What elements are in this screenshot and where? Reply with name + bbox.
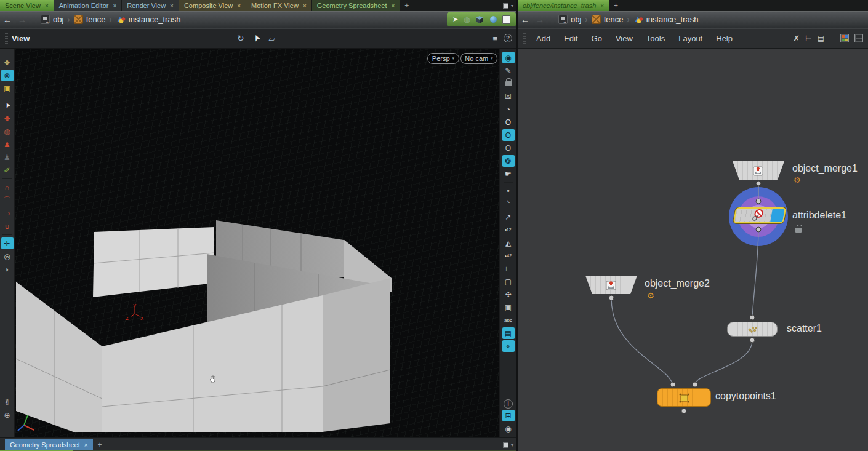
hand-icon[interactable]: ✌ (1, 396, 14, 408)
menu-edit[interactable]: Edit (557, 34, 584, 43)
tab-network-path[interactable]: obj/fence/instance_trash × (518, 0, 609, 11)
new-tab-button[interactable]: + (400, 0, 413, 11)
close-icon[interactable]: × (113, 2, 116, 9)
snap-grid-icon[interactable]: ∩ (1, 182, 14, 193)
snap-point-icon[interactable]: ⊃ (1, 207, 14, 219)
color-palette-grid-icon[interactable] (840, 34, 849, 42)
point-normal-icon[interactable]: ⸌ (502, 198, 515, 210)
new-tab-button[interactable]: + (94, 439, 106, 450)
pane-maximize-icon[interactable] (503, 3, 508, 9)
view-orbit-icon[interactable]: ↻ (237, 33, 244, 43)
tab-animation-editor[interactable]: Animation Editor × (54, 0, 122, 11)
secure-selection-icon[interactable]: ⊗ (1, 70, 14, 81)
display-options-icon[interactable]: ≡ (492, 34, 497, 43)
cage-display-icon[interactable]: ❂ (502, 155, 515, 167)
close-icon[interactable]: × (303, 2, 307, 9)
spotlight-icon[interactable]: ʘ (502, 142, 515, 154)
pane-menu-caret-icon[interactable]: ▾ (511, 442, 513, 448)
point-display-icon[interactable]: • (502, 185, 515, 197)
close-icon[interactable]: × (45, 2, 49, 9)
close-icon[interactable]: × (391, 2, 395, 9)
background-image-icon[interactable]: ▤ (502, 327, 515, 339)
close-icon[interactable]: × (84, 442, 88, 449)
tree-list-icon[interactable]: ⊢ (805, 34, 811, 42)
layout-grid-icon[interactable] (854, 34, 863, 42)
origin-icon[interactable]: ▣ (502, 301, 515, 313)
add-light-icon[interactable]: ʘ (502, 129, 515, 141)
breadcrumb-instance-trash[interactable]: instance_trash (631, 15, 701, 24)
display-flag[interactable] (770, 209, 785, 222)
node-copytopoints1[interactable] (657, 388, 711, 407)
paint-icon[interactable]: ✐ (1, 164, 14, 176)
back-arrow-icon[interactable]: ← (0, 15, 15, 25)
viewport-layout-icon[interactable]: ⊞ (502, 410, 515, 421)
parameters-page-icon[interactable]: ▤ (818, 34, 824, 42)
menu-help[interactable]: Help (709, 34, 739, 43)
breadcrumb-obj[interactable]: obj (38, 15, 66, 24)
globe-icon[interactable]: ⊕ (1, 409, 14, 421)
menu-layout[interactable]: Layout (672, 34, 709, 43)
marquee-icon[interactable]: ▢ (502, 276, 515, 287)
lock-camera-icon[interactable] (502, 78, 515, 89)
select-cursor-icon[interactable]: ➤ (251, 33, 262, 43)
projection-button[interactable]: Persp ▾ (427, 53, 459, 64)
tab-render-view[interactable]: Render View × (122, 0, 179, 11)
tab-geometry-spreadsheet-bottom[interactable]: Geometry Spreadsheet × (5, 439, 93, 450)
tab-geometry-spreadsheet[interactable]: Geometry Spreadsheet × (312, 0, 400, 11)
breadcrumb-fence[interactable]: fence (589, 15, 626, 24)
breadcrumb-obj[interactable]: obj (556, 15, 584, 24)
menu-go[interactable]: Go (585, 34, 609, 43)
box-select-icon[interactable]: ▱ (268, 33, 275, 43)
node-object-merge1[interactable] (733, 161, 784, 180)
snap-edge-icon[interactable]: ⌒ (1, 194, 14, 206)
select-arrow-icon[interactable]: ➤ (0, 97, 15, 113)
pose-icon[interactable]: ♟ (1, 138, 14, 150)
putty-tool-icon[interactable]: ❖ (1, 57, 14, 68)
prim-numbers-icon[interactable]: ▴42 (502, 250, 515, 261)
node-object-merge2[interactable] (585, 276, 637, 294)
text-abc-icon[interactable]: abc (502, 314, 515, 326)
annotate-icon[interactable]: ✎ (502, 65, 515, 76)
tab-motion-fx-view[interactable]: Motion FX View × (246, 0, 311, 11)
headlight-icon[interactable]: ☒ (502, 90, 515, 102)
state-sphere-icon[interactable] (490, 16, 497, 23)
light-icon[interactable]: ʘ (502, 116, 515, 128)
network-editor-canvas[interactable]: object_merge1 ⚙ attribdelete1 (518, 49, 868, 451)
close-icon[interactable]: × (600, 2, 604, 9)
help-icon[interactable]: ? (504, 34, 512, 42)
node-cube-icon[interactable] (475, 15, 484, 24)
menu-tools[interactable]: Tools (640, 34, 672, 43)
white-panel-icon[interactable] (502, 15, 510, 24)
fan-icon[interactable]: ✣ (502, 289, 515, 300)
breadcrumb-instance-trash[interactable]: instance_trash (113, 15, 183, 24)
marker-icon[interactable]: ◭ (502, 237, 515, 249)
back-arrow-icon[interactable]: ← (518, 15, 532, 25)
visibility-icon[interactable]: ◉ (502, 52, 515, 63)
snap-magnet-icon[interactable]: ∪ (1, 220, 14, 232)
menu-add[interactable]: Add (529, 34, 557, 43)
node-attribdelete1[interactable] (733, 207, 787, 223)
node-scatter1[interactable] (727, 322, 778, 337)
point-numbers-icon[interactable]: •12 (502, 224, 515, 236)
target-icon[interactable]: ◎ (1, 250, 14, 262)
forward-arrow-icon[interactable]: → (532, 15, 547, 25)
new-tab-button[interactable]: + (609, 0, 622, 11)
toolbar-grip[interactable] (523, 33, 526, 44)
character-dim-icon[interactable]: ♟ (1, 151, 14, 163)
info-icon[interactable]: i (504, 399, 513, 409)
vector-display-icon[interactable]: ↗ (502, 211, 515, 223)
breadcrumb-fence[interactable]: fence (71, 15, 108, 24)
orb-icon[interactable]: ◗ (1, 263, 14, 275)
pane-maximize-icon[interactable] (503, 442, 508, 448)
tab-composite-view[interactable]: Composite View × (179, 0, 246, 11)
corner-ruler-icon[interactable]: ∟ (502, 263, 515, 274)
gumball-icon[interactable]: ✛ (1, 237, 14, 249)
rotate-icon[interactable]: ◍ (1, 126, 14, 137)
show-handles-icon[interactable]: ▣ (1, 82, 14, 94)
pin-pane-icon[interactable]: ➤ (452, 15, 458, 23)
close-icon[interactable]: × (170, 2, 174, 9)
follow-links-icon[interactable]: ◍ (464, 15, 470, 24)
translate-icon[interactable]: ✥ (1, 113, 14, 124)
menu-view[interactable]: View (609, 34, 640, 43)
tools-wrench-icon[interactable]: ✗ (793, 34, 800, 43)
